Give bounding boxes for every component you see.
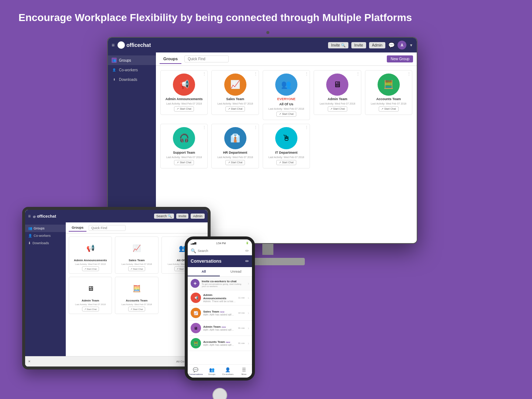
- tablet-sidebar: 👥 Groups 👤 Co-workers ⬇ Downloads: [25, 222, 66, 356]
- group-name-admin: Admin Announcements: [166, 97, 203, 101]
- hamburger-icon[interactable]: ≡: [112, 42, 115, 48]
- phone-conv-avatar-adminteam: 🖥: [191, 323, 201, 333]
- tablet-start-chat-accounts[interactable]: ↗ Start Chat: [128, 307, 145, 311]
- group-menu-icon[interactable]: ⋮: [254, 72, 258, 76]
- tablet-group-date-sales: Last Activity: Wed Feb 07 2018: [122, 263, 152, 265]
- tablet-start-chat-sales[interactable]: ↗ Start Chat: [128, 266, 145, 271]
- group-menu-icon[interactable]: ⋮: [254, 125, 258, 129]
- phone-tab-all[interactable]: All: [188, 267, 220, 276]
- sidebar-downloads-label: Downloads: [119, 78, 137, 82]
- group-card-sales: 📈 Sales Team Last Activity: Wed Feb 07 2…: [211, 70, 259, 120]
- tablet-screen: ≡ @ officechat Search 🔍 Invite Admin 👥 G…: [22, 207, 211, 369]
- group-icon-it: 🖱: [275, 127, 297, 149]
- tablet-group-sales[interactable]: 📈 Sales Team Last Activity: Wed Feb 07 2…: [115, 236, 158, 274]
- group-card[interactable]: 🖱 IT Department Last Activity: Wed Feb 0…: [263, 124, 310, 168]
- tablet-group-name-sales: Sales Team: [129, 259, 144, 262]
- tablet-coworkers-icon: 👤: [28, 234, 32, 238]
- search-button[interactable]: Invite 🔍: [328, 42, 348, 48]
- admin-button[interactable]: Admin: [369, 42, 385, 48]
- tablet-start-chat-adminteam[interactable]: ↗ Start Chat: [82, 307, 99, 311]
- group-menu-icon[interactable]: ⋮: [407, 72, 411, 76]
- coworkers-icon: 👤: [112, 67, 117, 72]
- tablet-invite-btn[interactable]: Invite: [176, 214, 189, 219]
- group-date-admin: Last Activity: Wed Feb 07 2018: [166, 102, 202, 105]
- tablet-hamburger-icon[interactable]: ≡: [28, 214, 31, 219]
- tablet-search-btn[interactable]: Search 🔍: [154, 214, 174, 219]
- tablet-group-name-adminteam: Admin Team: [82, 299, 99, 302]
- phone-search-input[interactable]: [198, 249, 244, 253]
- group-icon-adminteam: 🖥: [326, 74, 348, 96]
- sidebar-item-coworkers[interactable]: 👤 Co-workers: [108, 65, 156, 75]
- group-menu-icon[interactable]: ⋮: [305, 72, 308, 76]
- phone-header-edit-icon[interactable]: ✏: [245, 259, 249, 264]
- start-chat-hr-btn[interactable]: ↗ Start Chat: [225, 160, 245, 165]
- conversations-nav-label: Conversations: [189, 373, 203, 375]
- start-chat-all-btn[interactable]: ↗ Start Chat: [276, 112, 296, 117]
- tablet-groups-tab[interactable]: Groups: [69, 224, 86, 232]
- dropdown-chevron-icon[interactable]: ▼: [409, 43, 413, 47]
- group-card-support: 🎧 Support Team Last Activity: Wed Feb 07…: [160, 124, 208, 168]
- tablet-sidebar-downloads[interactable]: ⬇ Downloads: [25, 239, 66, 247]
- groups-icon: 👥: [112, 58, 117, 63]
- phone-search-icon[interactable]: 🔍: [191, 248, 196, 253]
- group-card[interactable]: 👥 EVERYONE All Of Us Last Activity: Wed …: [263, 70, 310, 120]
- phone-status-bar: ▂▄▆ 1:54 PM 🔋: [188, 239, 252, 247]
- tablet-group-date-admin: Last Activity: Wed Feb 07 2018: [75, 263, 106, 265]
- invite-subtitle: To get conversations going, start inviti…: [202, 283, 246, 287]
- sidebar-item-downloads[interactable]: ⬇ Downloads: [108, 75, 156, 84]
- phone-nav-conversations[interactable]: 💬 Conversations: [188, 365, 204, 378]
- tablet-body: 👥 Groups 👤 Co-workers ⬇ Downloads: [25, 222, 208, 356]
- start-chat-adminteam-btn[interactable]: ↗ Start Chat: [328, 106, 347, 112]
- groups-tab[interactable]: Groups: [160, 54, 181, 64]
- sidebar-item-groups[interactable]: 👥 Groups: [108, 55, 156, 65]
- start-chat-sales-btn[interactable]: ↗ Start Chat: [225, 106, 245, 112]
- group-card[interactable]: 📈 Sales Team Last Activity: Wed Feb 07 2…: [211, 70, 259, 115]
- group-icon-all: 👥: [275, 74, 297, 96]
- start-chat-accounts-btn[interactable]: ↗ Start Chat: [379, 106, 398, 112]
- tablet-group-admin-team[interactable]: 🖥 Admin Team Last Activity: Wed Feb 07 2…: [69, 277, 112, 314]
- group-menu-icon[interactable]: ⋮: [305, 125, 308, 129]
- user-avatar[interactable]: A: [398, 41, 406, 50]
- invite-button[interactable]: Invite: [351, 42, 366, 48]
- invite-coworkers-banner[interactable]: + Invite co-workers to chat To get conve…: [188, 277, 252, 290]
- start-chat-it-btn[interactable]: ↗ Start Chat: [276, 160, 296, 165]
- group-card[interactable]: 🖥 Admin Team Last Activity: Wed Feb 07 2…: [314, 70, 361, 115]
- phone-conv-avatar-sales: 📈: [191, 308, 201, 318]
- phone-nav-groups[interactable]: 👥 Groups: [204, 365, 220, 378]
- start-chat-support-btn[interactable]: ↗ Start Chat: [174, 160, 194, 165]
- phone-nav-more[interactable]: ☰ More: [236, 365, 252, 378]
- start-chat-admin-btn[interactable]: ↗ Start Chat: [174, 106, 194, 112]
- chat-icon[interactable]: 💬: [388, 42, 395, 48]
- group-menu-icon[interactable]: ⋮: [202, 125, 206, 129]
- tablet-quick-find-input[interactable]: [89, 225, 126, 231]
- phone-edit-icon[interactable]: ✏: [245, 248, 249, 253]
- phone-home-button[interactable]: [212, 388, 227, 399]
- tablet-group-accounts[interactable]: 🧮 Accounts Team Last Activity: Wed Feb 0…: [115, 277, 158, 314]
- invite-text: Invite co-workers to chat To get convers…: [202, 280, 246, 287]
- phone-tab-unread[interactable]: Unread: [220, 267, 252, 276]
- group-name-all: All Of Us: [279, 102, 293, 106]
- group-name-hr: HR Department: [223, 151, 248, 154]
- group-card-admin-team: 🖥 Admin Team Last Activity: Wed Feb 07 2…: [314, 70, 361, 120]
- group-card-accounts: 🧮 Accounts Team Last Activity: Wed Feb 0…: [365, 70, 412, 120]
- group-menu-icon[interactable]: ⋮: [202, 72, 206, 76]
- tablet-admin-btn[interactable]: Admin: [191, 214, 205, 219]
- group-card[interactable]: 🎧 Support Team Last Activity: Wed Feb 07…: [160, 124, 208, 168]
- group-menu-icon[interactable]: ⋮: [356, 72, 360, 76]
- phone-nav-coworkers[interactable]: 👤 Co-workers: [220, 365, 236, 378]
- group-card[interactable]: 🧮 Accounts Team Last Activity: Wed Feb 0…: [365, 70, 412, 115]
- quick-find-input[interactable]: [184, 55, 229, 62]
- tablet-start-chat-admin[interactable]: ↗ Start Chat: [82, 266, 99, 271]
- tablet-group-date-accounts: Last Activity: Wed Feb 07 2018: [122, 303, 152, 306]
- tablet-group-icon-accounts: 🧮: [127, 279, 146, 298]
- tablet-sidebar-groups[interactable]: 👥 Groups: [25, 225, 66, 232]
- group-card[interactable]: 📢 Admin Announcements Last Activity: Wed…: [160, 70, 208, 115]
- tablet-sidebar-coworkers[interactable]: 👤 Co-workers: [25, 232, 66, 239]
- tablet-group-admin-announcements[interactable]: 📢 Admin Announcements Last Activity: Wed…: [69, 236, 112, 274]
- group-date-support: Last Activity: Wed Feb 07 2018: [166, 156, 202, 158]
- tablet-downloads-icon: ⬇: [28, 241, 31, 245]
- group-card[interactable]: 👔 HR Department Last Activity: Wed Feb 0…: [211, 124, 259, 168]
- group-name-accounts: Accounts Team: [376, 97, 401, 101]
- new-group-button[interactable]: New Group: [387, 55, 413, 62]
- tablet-footer-close-icon[interactable]: ✕: [28, 360, 31, 363]
